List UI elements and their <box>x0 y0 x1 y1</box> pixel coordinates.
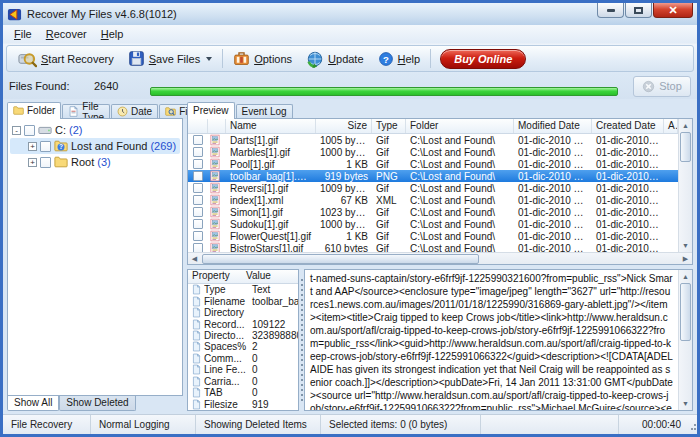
folder-icon <box>13 105 24 116</box>
stop-button[interactable]: Stop <box>633 76 691 97</box>
table-row[interactable]: Sudoku[1].gif 1000 bytes Gif C:\Lost and… <box>188 218 678 230</box>
scrollbar-thumb[interactable] <box>680 283 691 341</box>
file-folder: C:\Lost and Found\ <box>406 231 514 242</box>
tab-preview[interactable]: Preview <box>187 102 235 119</box>
column-header-property[interactable]: Property <box>188 270 244 283</box>
table-row-selected[interactable]: toolbar_bag[1].png 919 bytes PNG C:\Lost… <box>188 170 678 182</box>
tab-file-type[interactable]: File Type <box>62 104 110 119</box>
scroll-up-icon[interactable]: ▲ <box>679 270 692 283</box>
file-list-vertical-scrollbar[interactable]: ▲ ▼ <box>678 119 692 252</box>
column-header-name[interactable]: Name <box>226 119 316 133</box>
table-row[interactable]: Reversi[1].gif 1009 bytes Gif C:\Lost an… <box>188 182 678 194</box>
property-row[interactable]: Filesize919 <box>188 398 298 409</box>
file-folder: C:\Lost and Found\ <box>406 195 514 206</box>
property-row[interactable]: Carria...0 <box>188 376 298 387</box>
table-row[interactable]: index[1].xml 67 KB XML C:\Lost and Found… <box>188 194 678 206</box>
menu-file[interactable]: File <box>7 26 39 42</box>
save-files-dropdown-icon[interactable] <box>206 57 212 61</box>
property-row[interactable]: Filenametoolbar_bag... <box>188 295 298 306</box>
resize-grip[interactable] <box>689 415 697 434</box>
minimize-button[interactable] <box>597 3 624 18</box>
property-row[interactable]: Directory <box>188 307 298 318</box>
row-checkbox[interactable] <box>193 159 203 169</box>
file-type: Gif <box>372 147 406 158</box>
property-page-icon <box>191 296 202 307</box>
file-list-horizontal-scrollbar[interactable]: ◀ ▶ <box>188 252 692 264</box>
tab-folder[interactable]: Folder <box>7 102 61 119</box>
expand-icon[interactable]: + <box>28 142 37 151</box>
scroll-up-icon[interactable]: ▲ <box>679 119 692 132</box>
save-files-button[interactable]: Save Files <box>121 48 219 69</box>
maximize-button[interactable] <box>625 3 652 18</box>
row-checkbox[interactable] <box>193 195 203 205</box>
stop-label: Stop <box>659 80 682 92</box>
row-checkbox[interactable] <box>193 219 203 229</box>
tab-date[interactable]: Date <box>111 104 158 119</box>
property-row[interactable]: Spaces%2 <box>188 341 298 352</box>
property-row[interactable]: TypeText <box>188 284 298 295</box>
column-header-size[interactable]: Size <box>316 119 372 133</box>
property-page-icon <box>191 399 202 410</box>
property-row[interactable]: Comm...0 <box>188 353 298 364</box>
row-checkbox[interactable] <box>193 183 203 193</box>
file-folder: C:\Lost and Found\ <box>406 159 514 170</box>
row-checkbox[interactable] <box>193 171 203 181</box>
show-deleted-tab[interactable]: Show Deleted <box>59 396 135 411</box>
tab-event-log-label: Event Log <box>242 106 287 117</box>
scroll-down-icon[interactable]: ▼ <box>679 397 692 410</box>
scrollbar-thumb[interactable] <box>680 132 691 162</box>
scroll-left-icon[interactable]: ◀ <box>188 253 201 264</box>
property-row[interactable]: Directo...3238988800 <box>188 330 298 341</box>
preview-vertical-scrollbar[interactable]: ▲ ▼ <box>678 270 692 410</box>
scroll-right-icon[interactable]: ▶ <box>679 253 692 264</box>
tree-item-c-drive[interactable]: - C: (2) <box>10 122 180 138</box>
preview-text-content[interactable]: t-named-suns-captain/story-e6frf9jf-1225… <box>305 270 678 410</box>
table-row[interactable]: Marbles[1].gif 1000 bytes Gif C:\Lost an… <box>188 146 678 158</box>
scrollbar-thumb[interactable] <box>202 254 479 264</box>
buy-online-button[interactable]: Buy Online <box>440 49 526 69</box>
row-checkbox[interactable] <box>193 207 203 217</box>
start-recovery-button[interactable]: Start Recovery <box>11 47 121 70</box>
row-checkbox[interactable] <box>193 135 203 145</box>
close-button[interactable]: ✕ <box>653 3 693 18</box>
scroll-down-icon[interactable]: ▼ <box>679 239 692 252</box>
property-value: 2 <box>248 341 298 352</box>
table-row[interactable]: Pool[1].gif 1 KB Gif C:\Lost and Found\ … <box>188 158 678 170</box>
tree-checkbox[interactable] <box>40 157 51 168</box>
help-button[interactable]: Help <box>371 49 428 69</box>
column-header-modified[interactable]: Modified Date <box>514 119 592 133</box>
column-header-accessed[interactable]: Acc <box>664 119 678 133</box>
tree-checkbox[interactable] <box>24 125 35 136</box>
file-size: 1000 bytes <box>316 219 372 230</box>
row-checkbox[interactable] <box>193 243 203 252</box>
globe-refresh-icon <box>306 50 324 68</box>
menu-help[interactable]: Help <box>94 26 131 42</box>
expand-icon[interactable]: + <box>28 158 37 167</box>
title-bar[interactable]: Recover My Files v4.6.8(1012) ✕ <box>3 3 697 25</box>
collapse-icon[interactable]: - <box>12 126 21 135</box>
property-row[interactable]: Line Fe...0 <box>188 364 298 375</box>
property-value: Text <box>248 284 298 295</box>
tab-event-log[interactable]: Event Log <box>236 104 293 119</box>
table-row[interactable]: FlowerQuest[1].gif 1 KB Gif C:\Lost and … <box>188 230 678 242</box>
table-row[interactable]: Simon[1].gif 1023 bytes Gif C:\Lost and … <box>188 206 678 218</box>
menu-recover[interactable]: Recover <box>39 26 94 42</box>
tree-checkbox[interactable] <box>40 141 51 152</box>
column-header-value[interactable]: Value <box>244 270 298 283</box>
table-row[interactable]: Darts[1].gif 1005 bytes Gif C:\Lost and … <box>188 134 678 146</box>
file-size: 1023 bytes <box>316 207 372 218</box>
property-row[interactable]: TAB0 <box>188 387 298 398</box>
show-all-tab[interactable]: Show All <box>7 396 59 411</box>
column-header-folder[interactable]: Folder <box>406 119 514 133</box>
options-button[interactable]: Options <box>226 48 299 69</box>
column-header-type[interactable]: Type <box>372 119 406 133</box>
column-header-created[interactable]: Created Date <box>592 119 664 133</box>
file-modified: 01-dic-2010 05:... <box>514 219 592 230</box>
tree-item-root[interactable]: + Root (3) <box>10 154 180 170</box>
property-row[interactable]: Record...109122 <box>188 318 298 329</box>
row-checkbox[interactable] <box>193 231 203 241</box>
update-button[interactable]: Update <box>299 48 370 70</box>
table-row[interactable]: BistroStars[1].gif 610 bytes Gif C:\Lost… <box>188 242 678 252</box>
tree-item-lost-and-found[interactable]: + Lost and Found (269) <box>10 138 180 154</box>
row-checkbox[interactable] <box>193 147 203 157</box>
